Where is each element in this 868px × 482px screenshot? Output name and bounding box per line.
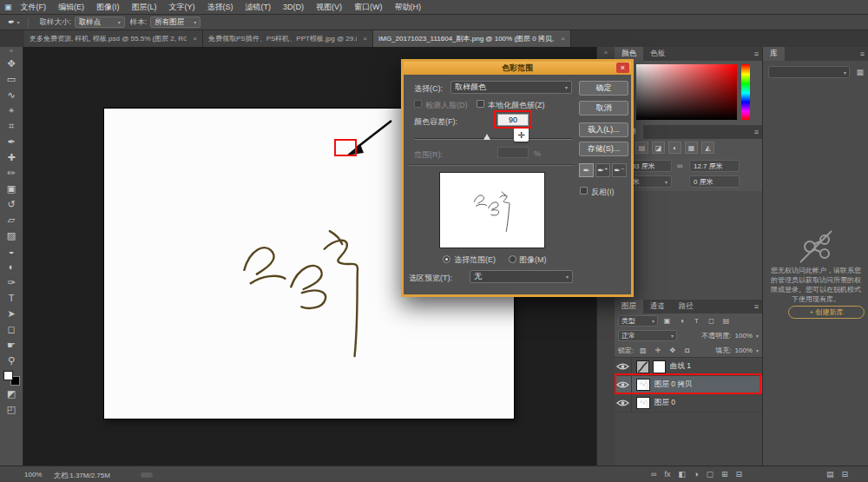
levels-adjustment-icon[interactable]: ▤: [635, 142, 648, 154]
dialog-title-bar[interactable]: 色彩范围: [404, 62, 631, 75]
opacity-value[interactable]: 100%: [735, 332, 753, 340]
layer-thumbnail[interactable]: [636, 397, 650, 409]
layer-row-original[interactable]: 图层 0: [615, 394, 762, 413]
tab-paths[interactable]: 路径: [672, 300, 700, 314]
layer-mask-thumbnail[interactable]: [653, 360, 666, 373]
filter-type-layers-icon[interactable]: T: [691, 317, 702, 325]
eraser-tool[interactable]: ▱: [0, 212, 23, 228]
delete-library-item-icon[interactable]: ⊟: [842, 470, 849, 479]
path-selection-tool[interactable]: ➤: [0, 306, 23, 321]
active-tool-icon[interactable]: ✒ ▾: [4, 17, 23, 27]
move-tool[interactable]: ✥: [0, 56, 23, 71]
menu-file[interactable]: 文件(F): [15, 2, 53, 13]
menu-edit[interactable]: 编辑(E): [52, 2, 90, 13]
layer-filter-select[interactable]: 类型 ▾: [618, 315, 658, 327]
cancel-button[interactable]: 取消: [579, 101, 628, 116]
invert-checkbox[interactable]: [580, 187, 588, 195]
crop-tool[interactable]: ⌗: [0, 118, 23, 134]
eyedropper-subtract-button[interactable]: ✒⁻: [612, 163, 627, 177]
eyedropper-tool[interactable]: ✒: [0, 134, 23, 149]
library-sync-icon[interactable]: ▤: [826, 470, 834, 479]
new-layer-icon[interactable]: ⊞: [721, 470, 728, 479]
close-tab-icon[interactable]: ×: [188, 35, 197, 43]
add-adjustment-layer-icon[interactable]: ◑: [694, 470, 698, 479]
filter-adjustment-layers-icon[interactable]: ◑: [676, 317, 687, 325]
gradient-tool[interactable]: ▨: [0, 228, 23, 243]
panel-menu-icon[interactable]: ≡: [754, 47, 762, 61]
create-new-library-button[interactable]: + 创建新库: [788, 306, 865, 319]
hand-tool[interactable]: ☛: [0, 337, 23, 353]
selection-preview-dropdown[interactable]: 无 ▾: [470, 270, 573, 283]
zoom-level[interactable]: 100%: [24, 471, 42, 479]
delete-layer-icon[interactable]: ⊟: [735, 470, 742, 479]
menu-help[interactable]: 帮助(H): [389, 2, 428, 13]
dodge-tool[interactable]: ◐: [0, 259, 23, 274]
fuzziness-slider-thumb[interactable]: [483, 134, 490, 140]
panel-menu-icon[interactable]: ≡: [754, 300, 762, 314]
exposure-adjustment-icon[interactable]: ◐: [668, 142, 681, 154]
hue-slider[interactable]: [741, 64, 750, 120]
library-grid-view-icon[interactable]: ▦: [856, 68, 864, 76]
image-radio[interactable]: [509, 255, 516, 263]
foreground-color-swatch[interactable]: [3, 371, 13, 380]
menu-select[interactable]: 选择(S): [201, 2, 240, 13]
collapse-toolbox-icon[interactable]: »: [10, 47, 13, 56]
filter-smart-objects-icon[interactable]: ▤: [720, 317, 732, 325]
load-button[interactable]: 载入(L)...: [579, 122, 628, 137]
layer-effects-icon[interactable]: fx: [664, 470, 670, 479]
pen-tool[interactable]: ✑: [0, 274, 23, 290]
eyedropper-sample-button[interactable]: ✒: [579, 163, 594, 177]
new-group-icon[interactable]: ▢: [706, 470, 713, 479]
status-flyout[interactable]: [141, 472, 153, 478]
ok-button[interactable]: 确定: [579, 81, 628, 96]
library-select[interactable]: ▾: [768, 66, 850, 78]
panel-menu-icon[interactable]: ≡: [754, 125, 762, 139]
color-swatches[interactable]: [3, 371, 20, 386]
menu-type[interactable]: 文字(Y): [163, 2, 201, 13]
dialog-close-button[interactable]: ×: [616, 63, 629, 73]
menu-filter[interactable]: 滤镜(T): [240, 2, 278, 13]
secondary-field[interactable]: 0 厘米: [689, 175, 740, 188]
lock-all-icon[interactable]: ◘: [681, 347, 693, 354]
healing-brush-tool[interactable]: ✚: [0, 149, 23, 165]
localized-clusters-checkbox[interactable]: [477, 100, 484, 108]
quick-mask-button[interactable]: ◩: [0, 386, 23, 401]
fuzziness-slider-track[interactable]: [414, 138, 572, 140]
fill-value[interactable]: 100%: [735, 347, 753, 354]
blend-mode-select[interactable]: 正常 ▾: [618, 330, 677, 341]
close-tab-icon[interactable]: ×: [358, 35, 367, 43]
lock-transparency-icon[interactable]: ▨: [637, 347, 648, 354]
lock-pixels-icon[interactable]: ✛: [652, 347, 663, 354]
lasso-tool[interactable]: ∿: [0, 87, 23, 102]
screen-mode-button[interactable]: ◰: [0, 401, 23, 417]
menu-3d[interactable]: 3D(D): [277, 3, 310, 11]
curves-adjustment-icon[interactable]: ◪: [652, 142, 665, 154]
selection-radio[interactable]: [443, 255, 450, 263]
close-tab-icon[interactable]: ×: [556, 35, 565, 43]
hue-adjustment-icon[interactable]: ◭: [701, 142, 714, 154]
add-layer-mask-icon[interactable]: ◧: [678, 470, 686, 479]
quick-selection-tool[interactable]: ⌖: [0, 102, 23, 118]
tab-channels[interactable]: 通道: [643, 300, 672, 314]
panel-menu-icon[interactable]: ≡: [860, 47, 868, 61]
curves-layer-thumbnail[interactable]: [636, 360, 649, 373]
height-field[interactable]: 12.7 厘米: [689, 160, 740, 172]
sample-select[interactable]: 所有图层 ▾: [150, 17, 201, 28]
menu-layer[interactable]: 图层(L): [126, 2, 163, 13]
filter-pixel-layers-icon[interactable]: ▣: [661, 317, 673, 325]
color-saturation-field[interactable]: [636, 64, 737, 120]
menu-view[interactable]: 视图(V): [310, 2, 348, 13]
save-button[interactable]: 存储(S)...: [579, 142, 628, 156]
filter-shape-layers-icon[interactable]: ◻: [706, 317, 717, 325]
menu-window[interactable]: 窗口(W): [348, 2, 389, 13]
visibility-eye-icon[interactable]: [615, 394, 632, 412]
blur-tool[interactable]: ◒: [0, 243, 23, 259]
tab-swatches[interactable]: 色板: [643, 47, 672, 61]
clone-stamp-tool[interactable]: ▣: [0, 181, 23, 196]
menu-image[interactable]: 图像(I): [90, 2, 126, 13]
detect-faces-checkbox[interactable]: [414, 100, 422, 108]
collapse-panels-icon[interactable]: »: [604, 50, 608, 56]
link-layers-icon[interactable]: ∞: [651, 470, 656, 479]
visibility-eye-icon[interactable]: [615, 358, 632, 375]
document-tab-1[interactable]: 更多免费资源, 样机, 模板.psd @ 55.5% (图层 2, RG... …: [24, 30, 203, 47]
